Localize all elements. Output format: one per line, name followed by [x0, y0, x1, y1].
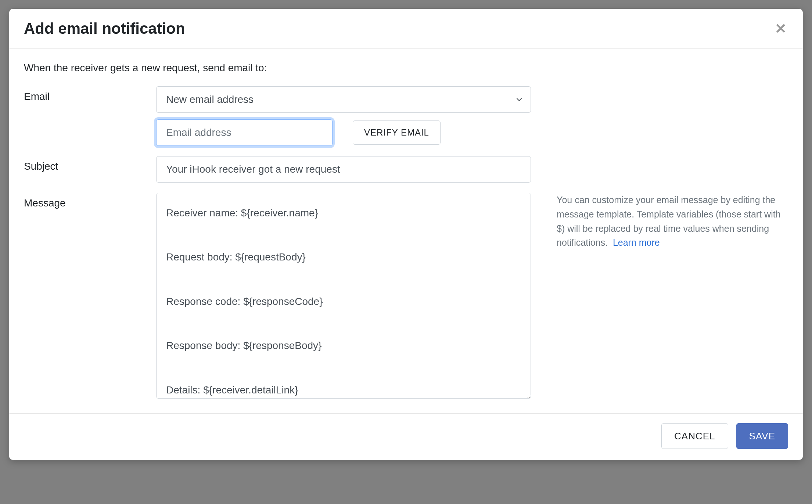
subject-label: Subject — [24, 156, 156, 172]
intro-text: When the receiver gets a new request, se… — [24, 62, 788, 74]
close-icon[interactable]: ✕ — [773, 20, 788, 37]
help-text-body: You can customize your email message by … — [557, 195, 781, 248]
form-row-email: Email New email address VERIFY EMAIL — [24, 86, 788, 146]
cancel-button[interactable]: CANCEL — [661, 423, 728, 449]
learn-more-link[interactable]: Learn more — [613, 237, 660, 248]
save-button[interactable]: SAVE — [736, 423, 788, 449]
modal-header: Add email notification ✕ — [9, 9, 803, 49]
modal-title: Add email notification — [24, 20, 185, 37]
subject-controls — [156, 156, 531, 183]
email-select[interactable]: New email address — [156, 86, 531, 113]
verify-email-button[interactable]: VERIFY EMAIL — [353, 120, 441, 145]
email-controls: New email address VERIFY EMAIL — [156, 86, 531, 146]
email-inline-row: VERIFY EMAIL — [156, 119, 531, 146]
modal-body: When the receiver gets a new request, se… — [9, 49, 803, 413]
message-textarea[interactable] — [156, 193, 531, 399]
form-row-message: Message You can customize your email mes… — [24, 193, 788, 399]
email-select-wrap: New email address — [156, 86, 531, 113]
modal-backdrop: Add email notification ✕ When the receiv… — [0, 0, 812, 504]
email-address-input[interactable] — [156, 119, 333, 146]
email-label: Email — [24, 86, 156, 102]
message-controls — [156, 193, 531, 399]
add-email-notification-modal: Add email notification ✕ When the receiv… — [9, 9, 803, 460]
modal-footer: CANCEL SAVE — [9, 413, 803, 460]
message-label: Message — [24, 193, 156, 209]
subject-input[interactable] — [156, 156, 531, 183]
message-help-text: You can customize your email message by … — [531, 193, 788, 250]
form-row-subject: Subject — [24, 156, 788, 183]
